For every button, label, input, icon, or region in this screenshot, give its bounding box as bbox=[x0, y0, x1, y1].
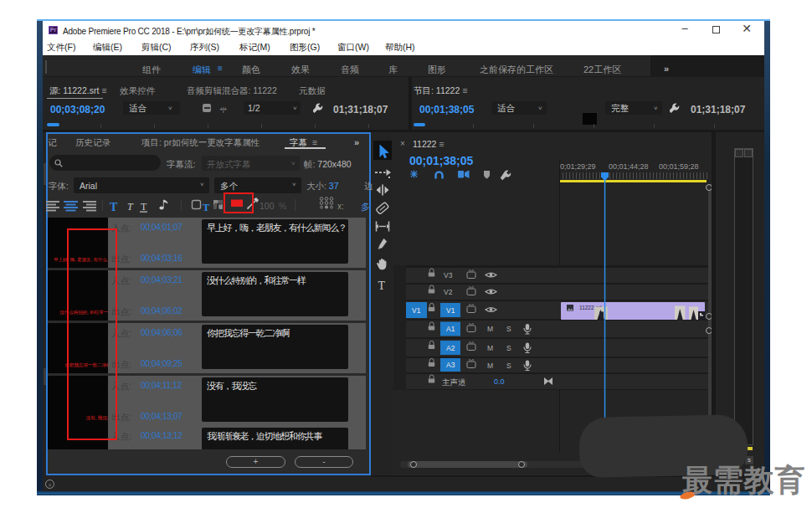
svg-text:A3: A3 bbox=[446, 361, 455, 369]
svg-text:A1: A1 bbox=[446, 325, 455, 333]
svg-text:A2: A2 bbox=[446, 344, 455, 352]
svg-text:T: T bbox=[378, 280, 386, 292]
svg-text:M: M bbox=[487, 344, 493, 352]
svg-text:V3: V3 bbox=[444, 271, 453, 280]
svg-text:0.0: 0.0 bbox=[494, 377, 505, 386]
svg-text:S: S bbox=[506, 344, 511, 352]
svg-text:主声道: 主声道 bbox=[442, 377, 466, 387]
svg-text:T: T bbox=[127, 201, 134, 213]
svg-text:多: 多 bbox=[361, 202, 369, 212]
svg-text:T: T bbox=[215, 201, 222, 211]
svg-text:x:: x: bbox=[337, 202, 344, 211]
svg-text:T: T bbox=[141, 201, 147, 213]
svg-text:V1: V1 bbox=[412, 306, 421, 315]
svg-text:M: M bbox=[487, 362, 493, 370]
svg-text:%: % bbox=[279, 202, 286, 211]
svg-text:S: S bbox=[506, 325, 511, 333]
svg-text:S: S bbox=[506, 362, 511, 370]
svg-text:V2: V2 bbox=[444, 288, 453, 296]
svg-text:T: T bbox=[203, 202, 210, 213]
svg-text:T: T bbox=[110, 201, 118, 213]
svg-text:M: M bbox=[487, 325, 493, 333]
svg-text:V1: V1 bbox=[446, 306, 455, 315]
svg-text:100: 100 bbox=[260, 201, 275, 211]
